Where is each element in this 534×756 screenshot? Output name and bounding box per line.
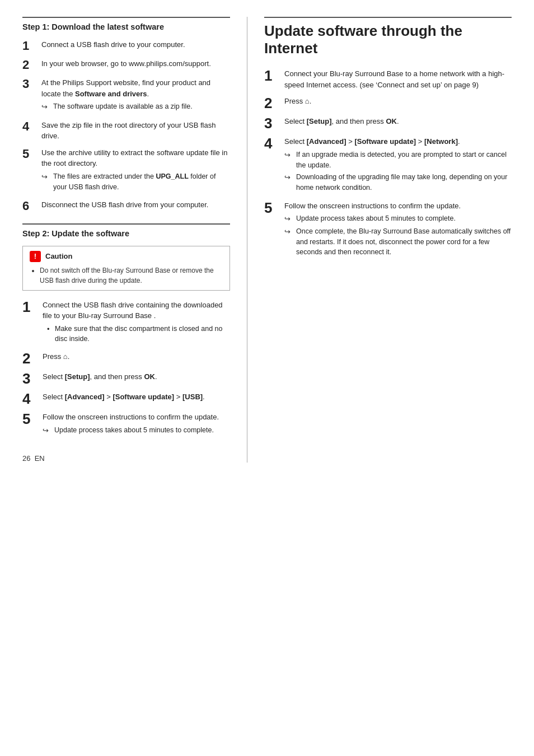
list-item: 2 In your web browser, go to www.philips… — [22, 58, 230, 72]
step-content: Save the zip file in the root directory … — [41, 120, 230, 142]
step-content: Follow the onscreen instructions to conf… — [43, 412, 230, 437]
left-column: Step 1: Download the latest software 1 C… — [22, 17, 247, 463]
arrow-icon: ↪ — [284, 213, 294, 225]
bold-text: Software and drivers — [75, 90, 147, 98]
list-item: 5 Follow the onscreen instructions to co… — [264, 200, 512, 259]
sub-bullets: ↪ The software update is available as a … — [41, 101, 230, 113]
bold-text: [Setup] — [65, 372, 90, 381]
arrow-icon: ↪ — [41, 171, 51, 183]
list-item: ↪ If an upgrade media is detected, you a… — [284, 150, 512, 171]
caution-label: Caution — [45, 252, 72, 260]
dot-bullets: • Make sure that the disc compartment is… — [47, 324, 230, 345]
list-item: 3 Select [Setup], and then press OK. — [22, 371, 230, 386]
step-number: 3 — [22, 371, 39, 386]
arrow-icon: ↪ — [41, 101, 51, 113]
arrow-icon: ↪ — [284, 150, 294, 161]
list-item: 4 Save the zip file in the root director… — [22, 120, 230, 142]
sub-bullets: ↪ Update process takes about 5 minutes t… — [43, 425, 230, 436]
step-number: 4 — [264, 136, 281, 151]
caution-text: Do not switch off the Blu-ray Surround B… — [30, 265, 223, 286]
step-number: 6 — [22, 199, 38, 213]
step1-list: 1 Connect a USB flash drive to your comp… — [22, 39, 230, 213]
step-content: Connect your Blu-ray Surround Base to a … — [284, 68, 512, 90]
page-lang: EN — [35, 454, 45, 463]
list-item: ↪ Once complete, the Blu-ray Surround Ba… — [284, 226, 512, 258]
step-content: In your web browser, go to www.philips.c… — [41, 58, 230, 69]
bullet-text: The software update is available as a zi… — [53, 101, 193, 112]
step-content: At the Philips Support website, find you… — [41, 77, 230, 114]
list-item: 1 Connect the USB flash drive containing… — [22, 300, 230, 346]
right-column: Update software through the Internet 1 C… — [247, 17, 512, 463]
list-item: • Make sure that the disc compartment is… — [47, 324, 230, 345]
list-item: 2 Press ⌂. — [264, 96, 512, 110]
caution-list-item: Do not switch off the Blu-ray Surround B… — [40, 265, 223, 286]
step-number: 3 — [264, 116, 281, 130]
step-content: Select [Setup], and then press OK. — [43, 371, 230, 382]
bullet-text: The files are extracted under the UPG_AL… — [53, 171, 230, 193]
caution-box: ! Caution Do not switch off the Blu-ray … — [22, 246, 230, 291]
step-content: Connect a USB flash drive to your comput… — [41, 39, 230, 50]
bold-text: [Advanced] — [307, 137, 346, 146]
step-number: 1 — [22, 39, 38, 53]
page-number: 26 — [22, 454, 30, 463]
bold-text: OK — [386, 117, 397, 125]
bold-text: [USB] — [182, 393, 203, 401]
list-item: ↪ Update process takes about 5 minutes t… — [284, 213, 512, 225]
step2-title: Step 2: Update the software — [22, 223, 230, 238]
step-number: 2 — [264, 96, 281, 110]
caution-header: ! Caution — [30, 251, 223, 262]
step-content: Select [Advanced] > [Software update] > … — [43, 391, 230, 403]
step-number: 2 — [22, 58, 38, 72]
list-item: ↪ The software update is available as a … — [41, 101, 230, 113]
sub-bullets: ↪ Update process takes about 5 minutes t… — [284, 213, 512, 258]
list-item: ↪ Update process takes about 5 minutes t… — [43, 425, 230, 436]
step1-title: Step 1: Download the latest software — [22, 17, 230, 31]
list-item: 4 Select [Advanced] > [Software update] … — [22, 391, 230, 406]
bold-text: [Setup] — [307, 117, 332, 125]
step-number: 4 — [22, 120, 38, 133]
bullet-text: Make sure that the disc compartment is c… — [55, 324, 230, 345]
step-content: Disconnect the USB flash drive from your… — [41, 199, 230, 211]
bold-text: [Software update] — [354, 137, 416, 146]
arrow-icon: ↪ — [284, 226, 294, 237]
caution-icon: ! — [30, 251, 41, 262]
step-number: 1 — [264, 68, 281, 83]
bold-text: [Software update] — [113, 393, 174, 401]
bold-text: [Advanced] — [65, 393, 105, 401]
arrow-icon: ↪ — [284, 172, 294, 183]
step2-list: 1 Connect the USB flash drive containing… — [22, 300, 230, 438]
page-layout: Step 1: Download the latest software 1 C… — [22, 17, 512, 463]
list-item: 4 Select [Advanced] > [Software update] … — [264, 136, 512, 195]
list-item: 3 At the Philips Support website, find y… — [22, 77, 230, 114]
list-item: 1 Connect your Blu-ray Surround Base to … — [264, 68, 512, 90]
step-content: Press ⌂. — [43, 351, 230, 362]
list-item: 1 Connect a USB flash drive to your comp… — [22, 39, 230, 53]
list-item: 6 Disconnect the USB flash drive from yo… — [22, 199, 230, 213]
bold-text: [Network] — [424, 137, 458, 146]
step-number: 5 — [22, 412, 39, 426]
list-item: 5 Follow the onscreen instructions to co… — [22, 412, 230, 437]
list-item: ↪ Downloading of the upgrading file may … — [284, 172, 512, 193]
main-title: Update software through the Internet — [264, 17, 512, 57]
step-content: Follow the onscreen instructions to conf… — [284, 200, 512, 259]
sub-bullets: ↪ The files are extracted under the UPG_… — [41, 171, 230, 193]
list-item: 5 Use the archive utility to extract the… — [22, 147, 230, 194]
list-item: ↪ The files are extracted under the UPG_… — [41, 171, 230, 193]
step-content: Use the archive utility to extract the s… — [41, 147, 230, 194]
bold-text: OK — [144, 372, 155, 381]
step-number: 3 — [22, 77, 38, 91]
bullet-text: Update process takes about 5 minutes to … — [296, 213, 456, 224]
bullet-text: Downloading of the upgrading file may ta… — [296, 172, 512, 193]
bullet-text: If an upgrade media is detected, you are… — [296, 150, 512, 171]
page-footer: 26 EN — [22, 454, 230, 463]
list-item: 3 Select [Setup], and then press OK. — [264, 116, 512, 130]
step-content: Connect the USB flash drive containing t… — [43, 300, 230, 346]
step-content: Select [Setup], and then press OK. — [284, 116, 512, 127]
arrow-icon: ↪ — [43, 425, 53, 436]
step-number: 5 — [22, 147, 38, 161]
step-content: Select [Advanced] > [Software update] > … — [284, 136, 512, 195]
step-number: 5 — [264, 200, 281, 215]
step-number: 2 — [22, 351, 39, 366]
bullet-text: Update process takes about 5 minutes to … — [54, 425, 214, 436]
dot-icon: • — [47, 324, 55, 335]
